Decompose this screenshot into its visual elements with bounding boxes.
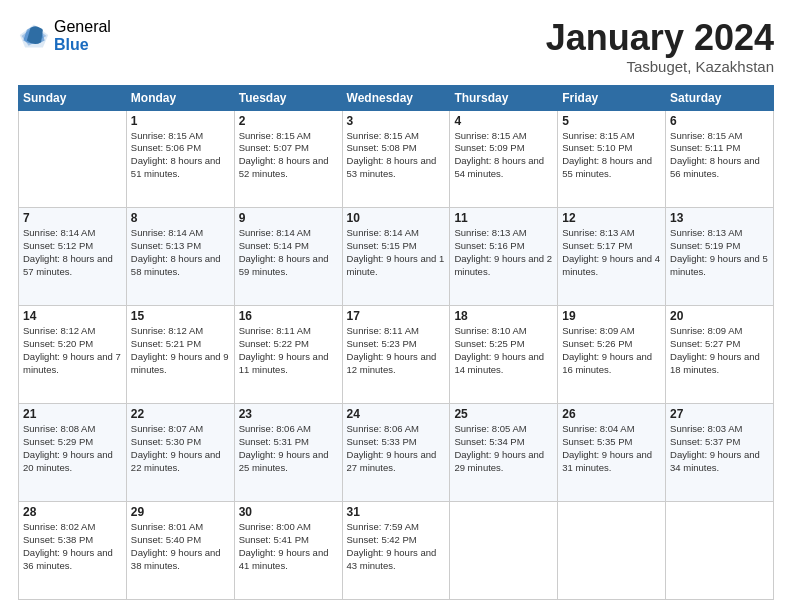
table-row: 30Sunrise: 8:00 AMSunset: 5:41 PMDayligh… [234, 502, 342, 600]
day-number: 7 [23, 211, 122, 225]
day-info: Sunrise: 8:09 AMSunset: 5:26 PMDaylight:… [562, 325, 661, 376]
table-row: 25Sunrise: 8:05 AMSunset: 5:34 PMDayligh… [450, 404, 558, 502]
day-info: Sunrise: 8:15 AMSunset: 5:06 PMDaylight:… [131, 130, 230, 181]
day-info: Sunrise: 8:11 AMSunset: 5:23 PMDaylight:… [347, 325, 446, 376]
day-number: 15 [131, 309, 230, 323]
calendar-location: Tasbuget, Kazakhstan [546, 58, 774, 75]
day-info: Sunrise: 8:05 AMSunset: 5:34 PMDaylight:… [454, 423, 553, 474]
day-info: Sunrise: 8:06 AMSunset: 5:31 PMDaylight:… [239, 423, 338, 474]
day-info: Sunrise: 8:14 AMSunset: 5:15 PMDaylight:… [347, 227, 446, 278]
header-tuesday: Tuesday [234, 85, 342, 110]
day-number: 25 [454, 407, 553, 421]
table-row [19, 110, 127, 208]
day-info: Sunrise: 8:10 AMSunset: 5:25 PMDaylight:… [454, 325, 553, 376]
day-number: 17 [347, 309, 446, 323]
day-number: 6 [670, 114, 769, 128]
day-number: 12 [562, 211, 661, 225]
table-row: 17Sunrise: 8:11 AMSunset: 5:23 PMDayligh… [342, 306, 450, 404]
day-info: Sunrise: 7:59 AMSunset: 5:42 PMDaylight:… [347, 521, 446, 572]
header-monday: Monday [126, 85, 234, 110]
day-number: 31 [347, 505, 446, 519]
calendar-week-row: 21Sunrise: 8:08 AMSunset: 5:29 PMDayligh… [19, 404, 774, 502]
table-row: 10Sunrise: 8:14 AMSunset: 5:15 PMDayligh… [342, 208, 450, 306]
day-info: Sunrise: 8:00 AMSunset: 5:41 PMDaylight:… [239, 521, 338, 572]
day-info: Sunrise: 8:12 AMSunset: 5:21 PMDaylight:… [131, 325, 230, 376]
day-number: 13 [670, 211, 769, 225]
day-number: 20 [670, 309, 769, 323]
table-row: 7Sunrise: 8:14 AMSunset: 5:12 PMDaylight… [19, 208, 127, 306]
day-number: 24 [347, 407, 446, 421]
day-number: 23 [239, 407, 338, 421]
day-number: 11 [454, 211, 553, 225]
table-row: 21Sunrise: 8:08 AMSunset: 5:29 PMDayligh… [19, 404, 127, 502]
table-row: 20Sunrise: 8:09 AMSunset: 5:27 PMDayligh… [666, 306, 774, 404]
calendar-week-row: 14Sunrise: 8:12 AMSunset: 5:20 PMDayligh… [19, 306, 774, 404]
logo-blue: Blue [54, 36, 111, 54]
day-info: Sunrise: 8:15 AMSunset: 5:07 PMDaylight:… [239, 130, 338, 181]
logo-icon [18, 22, 50, 50]
table-row: 28Sunrise: 8:02 AMSunset: 5:38 PMDayligh… [19, 502, 127, 600]
day-info: Sunrise: 8:13 AMSunset: 5:19 PMDaylight:… [670, 227, 769, 278]
day-info: Sunrise: 8:12 AMSunset: 5:20 PMDaylight:… [23, 325, 122, 376]
day-info: Sunrise: 8:14 AMSunset: 5:13 PMDaylight:… [131, 227, 230, 278]
day-number: 26 [562, 407, 661, 421]
table-row: 26Sunrise: 8:04 AMSunset: 5:35 PMDayligh… [558, 404, 666, 502]
header-thursday: Thursday [450, 85, 558, 110]
table-row [558, 502, 666, 600]
calendar-table: Sunday Monday Tuesday Wednesday Thursday… [18, 85, 774, 600]
page-header: General Blue January 2024 Tasbuget, Kaza… [18, 18, 774, 75]
day-number: 14 [23, 309, 122, 323]
day-info: Sunrise: 8:15 AMSunset: 5:11 PMDaylight:… [670, 130, 769, 181]
table-row: 29Sunrise: 8:01 AMSunset: 5:40 PMDayligh… [126, 502, 234, 600]
table-row: 1Sunrise: 8:15 AMSunset: 5:06 PMDaylight… [126, 110, 234, 208]
table-row: 15Sunrise: 8:12 AMSunset: 5:21 PMDayligh… [126, 306, 234, 404]
table-row: 18Sunrise: 8:10 AMSunset: 5:25 PMDayligh… [450, 306, 558, 404]
header-saturday: Saturday [666, 85, 774, 110]
table-row: 31Sunrise: 7:59 AMSunset: 5:42 PMDayligh… [342, 502, 450, 600]
header-sunday: Sunday [19, 85, 127, 110]
day-number: 28 [23, 505, 122, 519]
day-info: Sunrise: 8:15 AMSunset: 5:09 PMDaylight:… [454, 130, 553, 181]
table-row: 13Sunrise: 8:13 AMSunset: 5:19 PMDayligh… [666, 208, 774, 306]
calendar-title: January 2024 [546, 18, 774, 58]
day-info: Sunrise: 8:14 AMSunset: 5:14 PMDaylight:… [239, 227, 338, 278]
day-info: Sunrise: 8:15 AMSunset: 5:08 PMDaylight:… [347, 130, 446, 181]
day-number: 18 [454, 309, 553, 323]
day-info: Sunrise: 8:04 AMSunset: 5:35 PMDaylight:… [562, 423, 661, 474]
weekday-header-row: Sunday Monday Tuesday Wednesday Thursday… [19, 85, 774, 110]
header-wednesday: Wednesday [342, 85, 450, 110]
day-number: 1 [131, 114, 230, 128]
table-row: 6Sunrise: 8:15 AMSunset: 5:11 PMDaylight… [666, 110, 774, 208]
day-number: 22 [131, 407, 230, 421]
table-row: 3Sunrise: 8:15 AMSunset: 5:08 PMDaylight… [342, 110, 450, 208]
day-info: Sunrise: 8:13 AMSunset: 5:17 PMDaylight:… [562, 227, 661, 278]
day-number: 3 [347, 114, 446, 128]
day-number: 8 [131, 211, 230, 225]
table-row: 11Sunrise: 8:13 AMSunset: 5:16 PMDayligh… [450, 208, 558, 306]
day-info: Sunrise: 8:02 AMSunset: 5:38 PMDaylight:… [23, 521, 122, 572]
table-row: 9Sunrise: 8:14 AMSunset: 5:14 PMDaylight… [234, 208, 342, 306]
day-number: 10 [347, 211, 446, 225]
day-info: Sunrise: 8:07 AMSunset: 5:30 PMDaylight:… [131, 423, 230, 474]
day-info: Sunrise: 8:11 AMSunset: 5:22 PMDaylight:… [239, 325, 338, 376]
day-number: 27 [670, 407, 769, 421]
header-friday: Friday [558, 85, 666, 110]
table-row: 19Sunrise: 8:09 AMSunset: 5:26 PMDayligh… [558, 306, 666, 404]
day-number: 16 [239, 309, 338, 323]
day-number: 29 [131, 505, 230, 519]
day-info: Sunrise: 8:01 AMSunset: 5:40 PMDaylight:… [131, 521, 230, 572]
table-row [666, 502, 774, 600]
table-row: 14Sunrise: 8:12 AMSunset: 5:20 PMDayligh… [19, 306, 127, 404]
day-info: Sunrise: 8:13 AMSunset: 5:16 PMDaylight:… [454, 227, 553, 278]
table-row: 12Sunrise: 8:13 AMSunset: 5:17 PMDayligh… [558, 208, 666, 306]
logo: General Blue [18, 18, 111, 53]
calendar-week-row: 1Sunrise: 8:15 AMSunset: 5:06 PMDaylight… [19, 110, 774, 208]
table-row: 2Sunrise: 8:15 AMSunset: 5:07 PMDaylight… [234, 110, 342, 208]
day-info: Sunrise: 8:15 AMSunset: 5:10 PMDaylight:… [562, 130, 661, 181]
day-info: Sunrise: 8:09 AMSunset: 5:27 PMDaylight:… [670, 325, 769, 376]
calendar-week-row: 28Sunrise: 8:02 AMSunset: 5:38 PMDayligh… [19, 502, 774, 600]
table-row: 8Sunrise: 8:14 AMSunset: 5:13 PMDaylight… [126, 208, 234, 306]
day-number: 4 [454, 114, 553, 128]
table-row: 16Sunrise: 8:11 AMSunset: 5:22 PMDayligh… [234, 306, 342, 404]
table-row: 4Sunrise: 8:15 AMSunset: 5:09 PMDaylight… [450, 110, 558, 208]
